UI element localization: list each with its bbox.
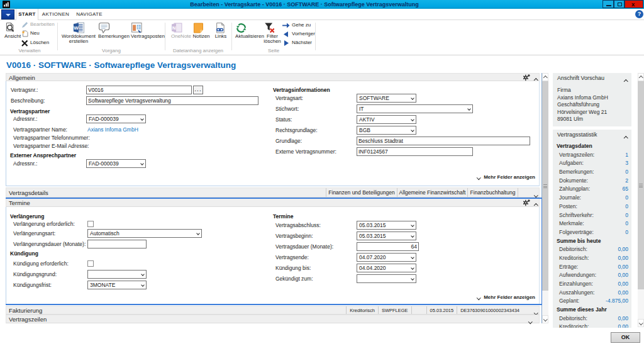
- stichwort-dropdown[interactable]: IT: [357, 104, 473, 113]
- stat-row: Aufwendungen: 0,00: [553, 271, 631, 280]
- close-button[interactable]: x: [625, 0, 643, 8]
- vertragsnr-input[interactable]: [86, 86, 192, 94]
- verlaengerungsdauer-input[interactable]: [87, 240, 147, 248]
- main-scrollbar[interactable]: [542, 73, 548, 323]
- field-label: Verlängerungsart:: [13, 229, 55, 238]
- scroll-down-button[interactable]: [638, 319, 644, 327]
- field-label: Vertragsnr.:: [11, 86, 38, 94]
- notizen-button[interactable]: Notizen: [192, 21, 209, 39]
- previous-arrow-icon: [282, 31, 290, 37]
- stat-row: Kreditorisch: 0,00: [553, 323, 631, 328]
- grundlage-input[interactable]: [357, 137, 530, 145]
- section-header-vertragsdetails[interactable]: Vertragsdetails Finanzen und Beteiligung…: [6, 187, 540, 198]
- verlaengerungsart-dropdown[interactable]: Automatisch: [87, 229, 202, 238]
- aktualisieren-button[interactable]: Aktualisieren: [235, 21, 264, 39]
- ledger-entries-icon: [131, 22, 165, 33]
- adressnr-extern-dropdown[interactable]: FAD-000039: [86, 159, 146, 168]
- chevron-down-icon: [411, 118, 414, 121]
- field-label: Vertragspartner E-Mail Adresse:: [13, 142, 89, 150]
- stat-row: Folgeverträge: 0: [553, 228, 631, 237]
- chevron-down-icon: [528, 320, 532, 323]
- section-header-fakturierung[interactable]: Fakturierung KreditorischSWPFLEGE05.03.2…: [6, 306, 540, 315]
- tab-aktionen[interactable]: AKTIONEN: [38, 9, 73, 20]
- rechtsgrundlage-dropdown[interactable]: BGB: [357, 126, 416, 135]
- tab-finanzen-und-beteiligungen[interactable]: Finanzen und Beteiligungen: [326, 188, 397, 197]
- gekuendigt-zum-dropdown[interactable]: [357, 274, 416, 283]
- chevron-down-icon: [477, 176, 480, 179]
- address-line: Geschäftsführung: [557, 101, 608, 109]
- vertragsart-dropdown[interactable]: SOFTWARE: [357, 94, 416, 103]
- field-label: Grundlage:: [275, 137, 302, 145]
- filter-loeschen-button[interactable]: Filter löschen: [264, 21, 281, 44]
- assist-edit-button[interactable]: ...: [193, 86, 203, 94]
- stat-row: Aufgaben: 3: [553, 159, 631, 168]
- mehr-felder-link[interactable]: Mehr Felder anzeigen: [477, 173, 535, 181]
- collapse-factbox-icon[interactable]: [625, 134, 628, 140]
- kuendigungsgrund-dropdown[interactable]: [87, 270, 147, 279]
- externe-vertragsnummer-input[interactable]: [357, 147, 473, 156]
- kuendigungsfrist-dropdown[interactable]: 3MONATE: [87, 281, 147, 289]
- chevron-up-icon: [624, 79, 628, 83]
- chevron-down-icon: [141, 272, 145, 276]
- expand-section-icon[interactable]: [535, 191, 538, 198]
- chevron-down-icon: [411, 128, 414, 132]
- tab-start[interactable]: START: [16, 9, 38, 21]
- scrollbar-thumb[interactable]: [542, 81, 548, 291]
- factbox-scrollbar[interactable]: [638, 73, 644, 327]
- vertragsdauer-input[interactable]: [357, 242, 419, 251]
- kuendigung-erforderlich-checkbox[interactable]: [87, 260, 94, 267]
- vertragsbeginn-dropdown[interactable]: 05.03.2015: [357, 232, 416, 240]
- group-label-verwalten: Verwalten: [18, 47, 40, 55]
- help-button[interactable]: ?: [635, 10, 643, 18]
- vertragspartner-name-link[interactable]: Axians Infoma GmbH: [87, 125, 138, 134]
- stat-row: Erträge: 0,00: [553, 263, 631, 272]
- tab-navigate[interactable]: NAVIGATE: [73, 9, 106, 20]
- section-header-vertragszeilen[interactable]: Vertragszeilen: [6, 315, 540, 323]
- bemerkungen-button[interactable]: Bemerkungen: [98, 21, 130, 39]
- expand-section-icon[interactable]: [529, 318, 532, 324]
- collapse-factbox-icon[interactable]: [625, 77, 628, 84]
- worddokument-erstellen-button[interactable]: W Worddokument erstellen: [62, 21, 96, 44]
- vertragsposten-button[interactable]: Vertragsposten: [131, 21, 165, 39]
- scroll-up-button[interactable]: [542, 73, 548, 81]
- ansicht-button[interactable]: Ansicht: [4, 21, 21, 39]
- chevron-down-icon: [411, 234, 414, 238]
- tab-finanzbuchhaltung[interactable]: Finanzbuchhaltung: [467, 188, 518, 197]
- vertragsabschluss-dropdown[interactable]: 05.03.2015: [357, 221, 416, 230]
- focused-section-border: [6, 304, 541, 305]
- customize-gear-icon[interactable]: [523, 74, 530, 81]
- field-label: Verlängerung erforderlich:: [13, 220, 75, 228]
- adressnr-dropdown[interactable]: FAD-000039: [86, 114, 146, 123]
- field-label: Stichwort:: [275, 104, 299, 113]
- factbox-vertragsstatistik: Vertragsstatistik Vertragsdaten Vertrags…: [553, 130, 631, 328]
- section-header-allgemein[interactable]: Allgemein: [6, 73, 540, 81]
- stat-rows: Debitorisch: 0,00 Kreditorisch: 0,00: [553, 315, 631, 328]
- section-termine: Verlängerung Verlängerung erforderlich: …: [6, 207, 540, 304]
- beschreibung-input[interactable]: [86, 96, 258, 105]
- comment-bubble-icon: [98, 22, 130, 33]
- scroll-up-button[interactable]: [638, 73, 644, 81]
- restore-button[interactable]: [614, 0, 625, 8]
- verlaengerung-erforderlich-checkbox[interactable]: [87, 221, 94, 227]
- onenote-button[interactable]: N OneNote: [171, 21, 191, 39]
- scrollbar-thumb[interactable]: [638, 81, 644, 289]
- stat-row: Dokumente: 2: [553, 177, 631, 186]
- chevron-down-icon: [477, 296, 480, 299]
- status-dropdown[interactable]: AKTIV: [357, 115, 416, 124]
- mehr-felder-link[interactable]: Mehr Felder anzeigen: [477, 293, 535, 301]
- chevron-down-icon: [543, 317, 547, 321]
- field-label: Vertragsbeginn:: [275, 232, 313, 240]
- chevron-down-icon: [196, 232, 200, 235]
- section-header-termine[interactable]: Termine: [6, 199, 540, 207]
- vertragsende-dropdown[interactable]: 04.07.2020: [357, 253, 416, 262]
- kuendigung-bis-dropdown[interactable]: 04.04.2020: [357, 264, 416, 272]
- restore-icon: [618, 3, 622, 6]
- chevron-down-icon: [140, 162, 144, 165]
- application-menu-button[interactable]: [1, 9, 14, 20]
- minimize-button[interactable]: [602, 0, 614, 8]
- tab-allgemeine-finanzwirtschaft[interactable]: Allgemeine Finanzwirtschaft: [397, 188, 467, 197]
- scroll-down-button[interactable]: [542, 315, 548, 323]
- links-button[interactable]: Links: [215, 21, 227, 39]
- customize-gear-icon[interactable]: [523, 199, 530, 206]
- ok-button[interactable]: OK: [611, 332, 640, 343]
